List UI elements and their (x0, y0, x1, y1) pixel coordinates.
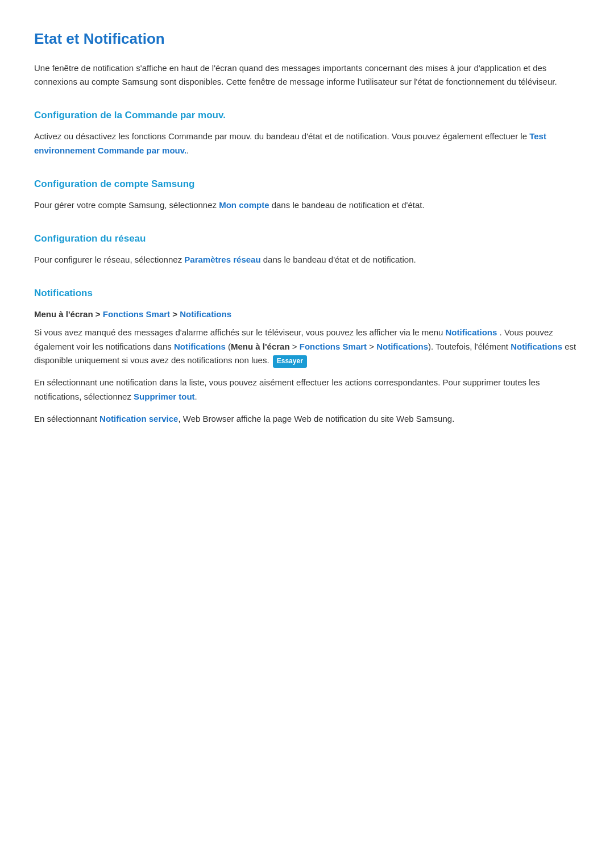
section-config-samsung: Configuration de compte Samsung Pour gér… (34, 176, 580, 213)
essayer-badge[interactable]: Essayer (273, 355, 307, 368)
notifications-paragraph-2: En sélectionnant une notification dans l… (34, 376, 580, 404)
link-notifications-2[interactable]: Notifications (174, 342, 226, 351)
section-config-reseau: Configuration du réseau Pour configurer … (34, 231, 580, 267)
link-parametres-reseau[interactable]: Paramètres réseau (184, 255, 260, 264)
section-config-commande: Configuration de la Commande par mouv. A… (34, 107, 580, 158)
link-fonctions-smart-1[interactable]: Fonctions Smart (103, 309, 170, 319)
notifications-paragraph-3: En sélectionnant Notification service, W… (34, 412, 580, 426)
section-title-reseau: Configuration du réseau (34, 231, 580, 246)
notif-text-6: ). Toutefois, l'élément (428, 342, 511, 351)
text-samsung-before: Pour gérer votre compte Samsung, sélecti… (34, 200, 219, 210)
link-supprimer-tout[interactable]: Supprimer tout (134, 392, 195, 401)
notif-text-5: > (367, 342, 376, 351)
menu-separator-2: > (172, 309, 180, 319)
text-commande-before: Activez ou désactivez les fonctions Comm… (34, 131, 529, 141)
notif-p3-text-1: En sélectionnant (34, 414, 99, 423)
section-body-reseau: Pour configurer le réseau, sélectionnez … (34, 253, 580, 267)
section-body-samsung: Pour gérer votre compte Samsung, sélecti… (34, 198, 580, 213)
menu-path-prefix: Menu à l'écran (34, 309, 93, 319)
notif-p3-text-2: , Web Browser affiche la page Web de not… (178, 414, 454, 423)
page-title: Etat et Notification (34, 27, 580, 51)
menu-path: Menu à l'écran > Fonctions Smart > Notif… (34, 308, 580, 321)
notif-text-3: ( (226, 342, 231, 351)
text-samsung-after: dans le bandeau de notification et d'éta… (269, 200, 425, 210)
link-notifications-menu[interactable]: Notifications (180, 309, 231, 319)
bold-menu-ecran: Menu à l'écran (231, 342, 290, 351)
link-fonctions-smart-2[interactable]: Fonctions Smart (300, 342, 367, 351)
text-reseau-before: Pour configurer le réseau, sélectionnez (34, 255, 184, 264)
section-title-notifications: Notifications (34, 285, 580, 301)
link-mon-compte[interactable]: Mon compte (219, 200, 269, 210)
link-notification-service[interactable]: Notification service (99, 414, 178, 423)
section-notifications: Notifications Menu à l'écran > Fonctions… (34, 285, 580, 426)
notif-text-1: Si vous avez manqué des messages d'alarm… (34, 327, 446, 337)
section-title-samsung: Configuration de compte Samsung (34, 176, 580, 192)
link-notifications-4[interactable]: Notifications (511, 342, 562, 351)
menu-separator-1: > (96, 309, 103, 319)
text-reseau-after: dans le bandeau d'état et de notificatio… (261, 255, 416, 264)
notif-p2-text-2: . (195, 392, 197, 401)
section-title-commande: Configuration de la Commande par mouv. (34, 107, 580, 123)
section-body-commande: Activez ou désactivez les fonctions Comm… (34, 130, 580, 158)
notifications-paragraph-1: Si vous avez manqué des messages d'alarm… (34, 326, 580, 368)
link-notifications-1[interactable]: Notifications (446, 327, 497, 337)
link-notifications-3[interactable]: Notifications (376, 342, 428, 351)
intro-paragraph: Une fenêtre de notification s'affiche en… (34, 61, 580, 90)
notif-text-4: > (290, 342, 300, 351)
notif-p2-text-1: En sélectionnant une notification dans l… (34, 377, 540, 401)
